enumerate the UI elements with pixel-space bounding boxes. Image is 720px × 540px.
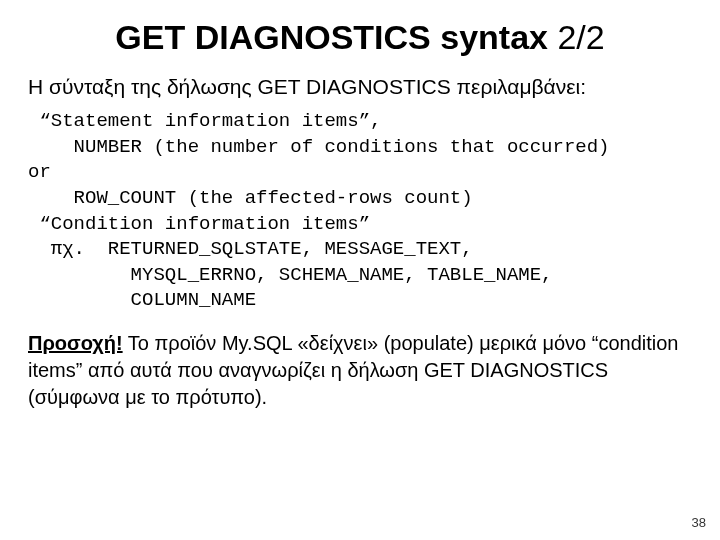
title-main: GET DIAGNOSTICS syntax	[115, 18, 557, 56]
warning-body: Το προϊόν My.SQL «δείχνει» (populate) με…	[28, 332, 678, 408]
intro-text: Η σύνταξη της δήλωσης GET DIAGNOSTICS πε…	[28, 75, 692, 99]
warning-text: Προσοχή! Το προϊόν My.SQL «δείχνει» (pop…	[28, 330, 692, 411]
title-fraction: 2/2	[557, 18, 604, 56]
slide-title: GET DIAGNOSTICS syntax 2/2	[28, 18, 692, 57]
slide: GET DIAGNOSTICS syntax 2/2 Η σύνταξη της…	[0, 0, 720, 411]
code-block: “Statement information items”, NUMBER (t…	[28, 109, 692, 314]
warning-lead: Προσοχή!	[28, 332, 123, 354]
page-number: 38	[692, 515, 706, 530]
